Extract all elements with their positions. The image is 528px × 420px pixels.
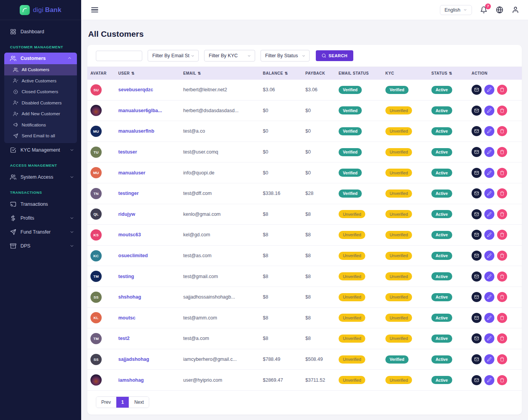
column-header-balance[interactable]: BALANCE⇅ [263, 71, 305, 75]
send-email-button[interactable] [472, 106, 482, 116]
sidebar-item-profits[interactable]: Profits [0, 211, 81, 225]
delete-customer-button[interactable] [497, 251, 507, 261]
send-email-button[interactable] [472, 85, 482, 95]
user-link[interactable]: ridujyw [118, 212, 183, 217]
delete-customer-button[interactable] [497, 147, 507, 157]
edit-customer-button[interactable] [484, 188, 494, 198]
send-email-button[interactable] [472, 333, 482, 343]
edit-customer-button[interactable] [484, 126, 494, 136]
edit-customer-button[interactable] [484, 333, 494, 343]
sidebar-subitem-active-customers[interactable]: Active Customers [4, 75, 77, 87]
send-email-button[interactable] [472, 292, 482, 302]
delete-customer-button[interactable] [497, 106, 507, 116]
sort-icon[interactable]: ⇅ [284, 72, 288, 75]
search-input[interactable] [96, 51, 142, 61]
user-link[interactable]: manualuserflnb [118, 128, 183, 134]
sidebar-subitem-disabled-customers[interactable]: Disabled Customers [4, 97, 77, 109]
send-email-button[interactable] [472, 188, 482, 198]
user-link[interactable]: testuser [118, 149, 183, 155]
send-email-button[interactable] [472, 168, 482, 178]
user-link[interactable]: moutsc63 [118, 232, 183, 237]
user-link[interactable]: testinger [118, 191, 183, 196]
send-email-button[interactable] [472, 230, 482, 240]
sidebar-item-fund-transfer[interactable]: Fund Transfer [0, 225, 81, 239]
sidebar-subitem-closed-customers[interactable]: Closed Customers [4, 86, 77, 97]
edit-customer-button[interactable] [484, 209, 494, 219]
delete-customer-button[interactable] [497, 375, 507, 385]
edit-customer-button[interactable] [484, 251, 494, 261]
edit-customer-button[interactable] [484, 313, 494, 323]
sidebar-item-transactions[interactable]: Transactions [0, 197, 81, 211]
email-status-cell: Unverified [339, 293, 385, 301]
language-selector[interactable]: English [440, 5, 472, 15]
sidebar-subitem-notifications[interactable]: Notifications [4, 120, 77, 131]
column-header-email[interactable]: EMAIL⇅ [183, 71, 263, 75]
edit-customer-button[interactable] [484, 292, 494, 302]
brand-logo[interactable]: digiBank [0, 0, 81, 20]
send-email-button[interactable] [472, 126, 482, 136]
delete-customer-button[interactable] [497, 292, 507, 302]
delete-customer-button[interactable] [497, 313, 507, 323]
sort-icon[interactable]: ⇅ [198, 72, 201, 75]
sort-icon[interactable]: ⇅ [449, 72, 453, 75]
edit-customer-button[interactable] [484, 354, 494, 364]
user-link[interactable]: sajjadshohag [118, 357, 183, 362]
menu-toggle-icon[interactable] [91, 6, 98, 14]
user-link[interactable]: manualuser6glba... [118, 108, 183, 113]
delete-customer-button[interactable] [497, 188, 507, 198]
search-button[interactable]: SEARCH [316, 50, 353, 61]
user-link[interactable]: testing [118, 274, 183, 279]
delete-customer-button[interactable] [497, 271, 507, 282]
send-email-button[interactable] [472, 354, 482, 364]
edit-customer-button[interactable] [484, 168, 494, 178]
edit-customer-button[interactable] [484, 147, 494, 157]
delete-customer-button[interactable] [497, 126, 507, 136]
delete-customer-button[interactable] [497, 230, 507, 240]
sidebar-subitem-send-email-to-all[interactable]: Send Email to all [4, 130, 77, 142]
send-email-button[interactable] [472, 271, 482, 282]
sidebar-item-system-access[interactable]: System Access [0, 170, 81, 184]
edit-customer-button[interactable] [484, 85, 494, 95]
column-header-status[interactable]: STATUS⇅ [431, 71, 472, 75]
delete-customer-button[interactable] [497, 354, 507, 364]
sidebar-item-kyc-management[interactable]: KYC Management [0, 143, 81, 157]
pagination-prev-button[interactable]: Prev [96, 397, 116, 408]
notifications-bell[interactable]: 7 [480, 6, 488, 14]
site-link-globe[interactable] [496, 6, 504, 14]
profile-menu[interactable] [512, 6, 519, 14]
delete-customer-button[interactable] [497, 209, 507, 219]
filter-status-select[interactable]: Filter By Status [261, 50, 310, 61]
send-email-button[interactable] [472, 313, 482, 323]
send-email-button[interactable] [472, 209, 482, 219]
sidebar-subitem-all-customers[interactable]: All Customers [4, 64, 77, 75]
user-link[interactable]: shshohag [118, 294, 183, 300]
edit-customer-button[interactable] [484, 271, 494, 282]
user-link[interactable]: test2 [118, 336, 183, 341]
user-link[interactable]: moutsc [118, 315, 183, 321]
column-header-user[interactable]: USER⇅ [118, 71, 183, 75]
user-link[interactable]: sevebuserqdzc [118, 87, 183, 92]
delete-customer-button[interactable] [497, 168, 507, 178]
email-status-badge: Unverified [339, 355, 365, 364]
user-link[interactable]: manualuser [118, 170, 183, 176]
delete-customer-button[interactable] [497, 85, 507, 95]
user-link[interactable]: osueclimited [118, 253, 183, 258]
pagination-page-1-button[interactable]: 1 [116, 397, 129, 408]
sidebar-item-dashboard[interactable]: Dashboard [0, 25, 81, 39]
sidebar-item-customers[interactable]: Customers [4, 53, 77, 64]
actions-cell [472, 106, 522, 116]
filter-kyc-select[interactable]: Filter By KYC [204, 50, 255, 61]
sort-icon[interactable]: ⇅ [131, 72, 135, 75]
edit-customer-button[interactable] [484, 230, 494, 240]
user-link[interactable]: iamshohag [118, 377, 183, 383]
edit-customer-button[interactable] [484, 106, 494, 116]
send-email-button[interactable] [472, 251, 482, 261]
send-email-button[interactable] [472, 147, 482, 157]
filter-email-status-select[interactable]: Filter By Email St [148, 50, 199, 61]
edit-customer-button[interactable] [484, 375, 494, 385]
sidebar-item-dps[interactable]: DPS [0, 239, 81, 253]
sidebar-subitem-add-new-customer[interactable]: Add New Customer [4, 108, 77, 120]
send-email-button[interactable] [472, 375, 482, 385]
delete-customer-button[interactable] [497, 333, 507, 343]
pagination-next-button[interactable]: Next [129, 397, 149, 408]
